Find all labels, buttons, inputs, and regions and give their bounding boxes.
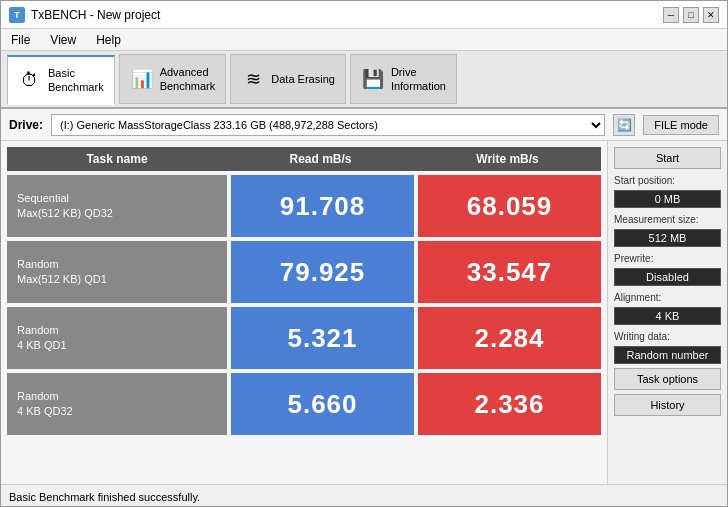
alignment-value: 4 KB	[614, 307, 721, 325]
basic-benchmark-button[interactable]: ⏱ BasicBenchmark	[7, 55, 115, 105]
start-button[interactable]: Start	[614, 147, 721, 169]
prewrite-label: Prewrite:	[614, 253, 721, 264]
menu-view[interactable]: View	[46, 31, 80, 49]
chart-icon: 📊	[130, 67, 154, 91]
drive-information-label: DriveInformation	[391, 65, 446, 94]
main-area: Task name Read mB/s Write mB/s Sequentia…	[1, 141, 727, 484]
minimize-button[interactable]: ─	[663, 7, 679, 23]
header-read: Read mB/s	[227, 147, 414, 171]
measurement-size-label: Measurement size:	[614, 214, 721, 225]
data-erasing-button[interactable]: ≋ Data Erasing	[230, 54, 346, 104]
task-cell-1: RandomMax(512 KB) QD1	[7, 241, 227, 303]
alignment-label: Alignment:	[614, 292, 721, 303]
advanced-benchmark-label: AdvancedBenchmark	[160, 65, 216, 94]
file-mode-button[interactable]: FILE mode	[643, 115, 719, 135]
task-cell-2: Random4 KB QD1	[7, 307, 227, 369]
table-row: Random4 KB QD32 5.660 2.336	[7, 373, 601, 435]
menu-help[interactable]: Help	[92, 31, 125, 49]
benchmark-table: Task name Read mB/s Write mB/s Sequentia…	[1, 141, 607, 484]
data-erasing-label: Data Erasing	[271, 72, 335, 86]
menu-bar: File View Help	[1, 29, 727, 51]
write-cell-0: 68.059	[418, 175, 601, 237]
read-cell-3: 5.660	[231, 373, 414, 435]
write-cell-1: 33.547	[418, 241, 601, 303]
task-cell-3: Random4 KB QD32	[7, 373, 227, 435]
table-row: RandomMax(512 KB) QD1 79.925 33.547	[7, 241, 601, 303]
read-cell-2: 5.321	[231, 307, 414, 369]
drive-label: Drive:	[9, 118, 43, 132]
header-write: Write mB/s	[414, 147, 601, 171]
app-icon: T	[9, 7, 25, 23]
start-position-label: Start position:	[614, 175, 721, 186]
status-bar: Basic Benchmark finished successfully.	[1, 484, 727, 507]
task-cell-0: SequentialMax(512 KB) QD32	[7, 175, 227, 237]
close-button[interactable]: ✕	[703, 7, 719, 23]
advanced-benchmark-button[interactable]: 📊 AdvancedBenchmark	[119, 54, 227, 104]
read-cell-0: 91.708	[231, 175, 414, 237]
title-bar: T TxBENCH - New project ─ □ ✕	[1, 1, 727, 29]
measurement-size-value: 512 MB	[614, 229, 721, 247]
table-row: SequentialMax(512 KB) QD32 91.708 68.059	[7, 175, 601, 237]
table-header: Task name Read mB/s Write mB/s	[7, 147, 601, 171]
prewrite-value: Disabled	[614, 268, 721, 286]
start-position-value: 0 MB	[614, 190, 721, 208]
window-title: TxBENCH - New project	[31, 8, 160, 22]
read-cell-1: 79.925	[231, 241, 414, 303]
basic-benchmark-label: BasicBenchmark	[48, 66, 104, 95]
drive-information-button[interactable]: 💾 DriveInformation	[350, 54, 457, 104]
erase-icon: ≋	[241, 67, 265, 91]
task-options-button[interactable]: Task options	[614, 368, 721, 390]
table-row: Random4 KB QD1 5.321 2.284	[7, 307, 601, 369]
toolbar: ⏱ BasicBenchmark 📊 AdvancedBenchmark ≋ D…	[1, 51, 727, 109]
drive-bar: Drive: (I:) Generic MassStorageClass 233…	[1, 109, 727, 141]
maximize-button[interactable]: □	[683, 7, 699, 23]
write-cell-2: 2.284	[418, 307, 601, 369]
write-cell-3: 2.336	[418, 373, 601, 435]
status-text: Basic Benchmark finished successfully.	[9, 491, 200, 503]
writing-data-label: Writing data:	[614, 331, 721, 342]
writing-data-value: Random number	[614, 346, 721, 364]
stopwatch-icon: ⏱	[18, 68, 42, 92]
header-task: Task name	[7, 147, 227, 171]
drive-icon: 💾	[361, 67, 385, 91]
history-button[interactable]: History	[614, 394, 721, 416]
right-panel: Start Start position: 0 MB Measurement s…	[607, 141, 727, 484]
menu-file[interactable]: File	[7, 31, 34, 49]
refresh-button[interactable]: 🔄	[613, 114, 635, 136]
drive-select[interactable]: (I:) Generic MassStorageClass 233.16 GB …	[51, 114, 605, 136]
